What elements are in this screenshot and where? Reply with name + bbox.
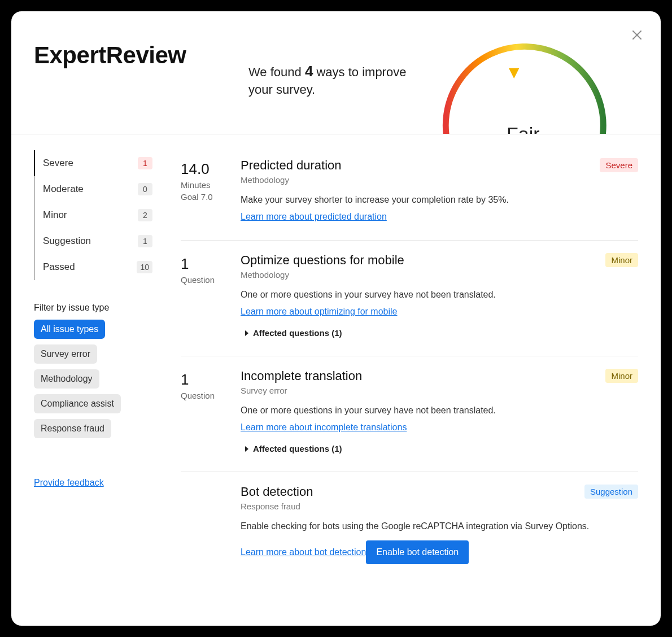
filter-chip[interactable]: Survey error [34,344,97,364]
severity-row-suggestion[interactable]: Suggestion1 [34,228,158,254]
severity-label: Severe [43,158,73,169]
filter-title: Filter by issue type [34,303,158,313]
metric-number: 1 [181,255,235,273]
severity-row-minor[interactable]: Minor2 [34,202,158,228]
metric-label: Question [181,275,235,285]
provide-feedback-link[interactable]: Provide feedback [34,478,104,488]
issue-action-button[interactable]: Enable bot detection [366,540,469,564]
filter-chip[interactable]: All issue types [34,320,105,339]
issue-title: Predicted duration [241,158,638,173]
issue-title: Optimize questions for mobile [241,253,638,268]
issue-row: SuggestionBot detectionResponse fraudEna… [181,472,638,582]
issue-title: Incomplete translation [241,369,638,383]
severity-count-badge: 0 [138,183,152,195]
issue-main: SuggestionBot detectionResponse fraudEna… [241,485,638,564]
severity-label: Passed [43,261,75,273]
chevron-right-icon [245,330,248,336]
gauge-pointer-icon [509,68,520,78]
brand-title: ExpertReview [34,42,248,69]
issue-row: 1QuestionMinorIncomplete translationSurv… [181,356,638,472]
filter-chip[interactable]: Response fraud [34,419,111,438]
issue-severity-tag: Minor [605,369,638,383]
affected-questions-label: Affected questions (1) [253,444,342,453]
severity-row-passed[interactable]: Passed10 [34,254,158,280]
severity-count-badge: 1 [138,157,152,169]
filter-chip[interactable]: Methodology [34,369,99,389]
expert-review-panel: ExpertReview We found 4 ways to improve … [11,11,661,626]
issue-learn-more-link[interactable]: Learn more about incomplete translations [241,422,407,433]
issue-main: MinorIncomplete translationSurvey errorO… [241,369,638,453]
issue-row: 1QuestionMinorOptimize questions for mob… [181,241,638,356]
issue-metric [181,485,235,564]
metric-goal: Goal 7.0 [181,192,235,202]
severity-count-badge: 1 [138,235,152,247]
affected-questions-label: Affected questions (1) [253,328,342,338]
issue-category: Survey error [241,386,638,395]
gauge-rating: Fair [488,123,557,134]
issue-description: Make your survey shorter to increase you… [241,195,638,205]
issue-category: Methodology [241,270,638,280]
issue-learn-more-link[interactable]: Learn more about optimizing for mobile [241,307,397,317]
metric-label: Question [181,391,235,400]
issue-description: Enable checking for bots using the Googl… [241,521,638,531]
header: ExpertReview We found 4 ways to improve … [11,11,661,134]
severity-row-moderate[interactable]: Moderate0 [34,176,158,202]
issue-description: One or more questions in your survey hav… [241,290,638,300]
filter-chip-row: All issue typesSurvey errorMethodologyCo… [34,320,158,438]
issue-severity-tag: Severe [600,158,638,172]
filter-chip[interactable]: Compliance assist [34,394,121,413]
issue-category: Response fraud [241,501,638,511]
issue-list: 14.0MinutesGoal 7.0SeverePredicted durat… [158,146,638,582]
severity-count-badge: 2 [138,209,152,221]
issue-title: Bot detection [241,485,638,499]
affected-questions-toggle[interactable]: Affected questions (1) [241,328,638,338]
issue-category: Methodology [241,175,638,185]
severity-label: Minor [43,210,67,221]
issue-severity-tag: Minor [605,253,638,267]
issue-severity-tag: Suggestion [584,485,638,499]
severity-label: Suggestion [43,235,91,247]
severity-label: Moderate [43,184,84,195]
issue-metric: 14.0MinutesGoal 7.0 [181,158,235,222]
affected-questions-toggle[interactable]: Affected questions (1) [241,444,638,453]
issue-learn-more-link[interactable]: Learn more about bot detection [241,547,366,557]
issue-metric: 1Question [181,369,235,453]
issue-metric: 1Question [181,253,235,338]
issue-main: MinorOptimize questions for mobileMethod… [241,253,638,338]
severity-list: Severe1Moderate0Minor2Suggestion1Passed1… [34,150,158,280]
issue-description: One or more questions in your survey hav… [241,405,638,416]
summary-prefix: We found [248,65,305,79]
metric-label: Minutes [181,180,235,190]
chevron-right-icon [245,446,248,452]
metric-number: 14.0 [181,160,235,178]
metric-number: 1 [181,371,235,389]
sidebar: Severe1Moderate0Minor2Suggestion1Passed1… [34,146,158,582]
issue-learn-more-link[interactable]: Learn more about predicted duration [241,212,387,222]
summary-text: We found 4 ways to improve your survey. [248,61,418,99]
issue-main: SeverePredicted durationMethodologyMake … [241,158,638,222]
issue-row: 14.0MinutesGoal 7.0SeverePredicted durat… [181,146,638,241]
gauge: Fair OVERALL SCORE [418,11,638,134]
severity-count-badge: 10 [137,261,152,273]
summary-count: 4 [305,63,313,80]
severity-row-severe[interactable]: Severe1 [34,150,158,176]
